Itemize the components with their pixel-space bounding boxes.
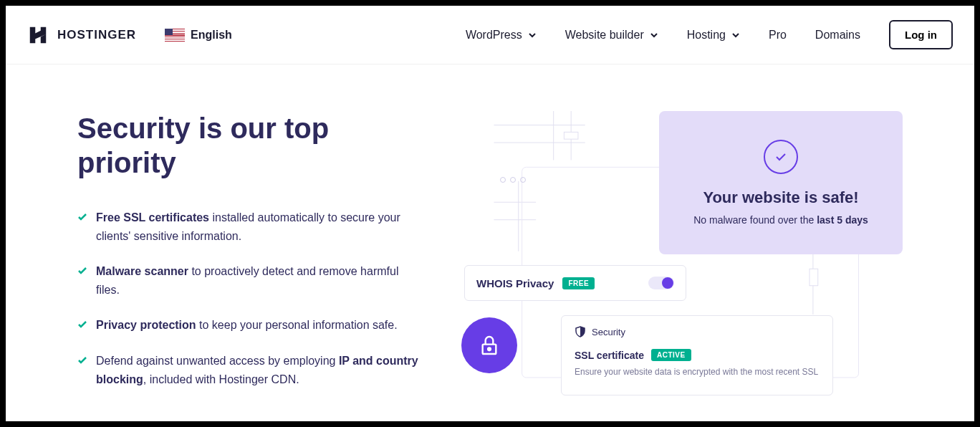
- ssl-header: Security: [575, 326, 820, 337]
- hero-text: Security is our top priority Free SSL ce…: [77, 111, 421, 406]
- svg-rect-10: [810, 269, 818, 285]
- check-icon: [77, 212, 87, 222]
- svg-point-12: [488, 347, 491, 350]
- safe-subtitle: No malware found over the last 5 days: [693, 214, 868, 226]
- check-icon: [77, 266, 87, 276]
- svg-rect-4: [564, 132, 578, 139]
- ssl-title: SSL certificate: [575, 350, 644, 361]
- chevron-down-icon: [731, 31, 740, 39]
- ssl-description: Ensure your website data is encrypted wi…: [575, 367, 820, 377]
- list-item: Free SSL certificates installed automati…: [77, 208, 421, 245]
- us-flag-icon: [165, 29, 185, 42]
- safe-card: Your website is safe! No malware found o…: [659, 111, 903, 254]
- free-badge: FREE: [562, 277, 595, 289]
- check-icon: [77, 355, 87, 365]
- login-button[interactable]: Log in: [889, 20, 953, 49]
- chevron-down-icon: [650, 31, 658, 39]
- shield-icon: [575, 326, 586, 337]
- illustration: Your website is safe! No malware found o…: [450, 111, 903, 406]
- nav-domains[interactable]: Domains: [815, 29, 860, 42]
- list-item: Privacy protection to keep your personal…: [77, 316, 421, 335]
- feature-list: Free SSL certificates installed automati…: [77, 208, 421, 388]
- nav-website-builder[interactable]: Website builder: [565, 29, 658, 42]
- whois-toggle[interactable]: [648, 277, 674, 289]
- whois-label: WHOIS Privacy: [476, 277, 554, 289]
- language-label: English: [191, 29, 232, 42]
- browser-dots: [500, 177, 526, 183]
- header: HOSTINGER English WordPress Website buil…: [6, 6, 974, 64]
- check-circle-icon: [764, 140, 798, 174]
- brand-name: HOSTINGER: [57, 28, 136, 42]
- whois-card: WHOIS Privacy FREE: [464, 265, 686, 301]
- list-item: Malware scanner to proactively detect an…: [77, 262, 421, 299]
- active-badge: ACTIVE: [651, 349, 691, 361]
- check-icon: [77, 320, 87, 330]
- list-item: Defend against unwanted access by employ…: [77, 352, 421, 388]
- safe-title: Your website is safe!: [703, 188, 858, 207]
- page-title: Security is our top priority: [77, 111, 421, 180]
- nav-pro[interactable]: Pro: [769, 29, 787, 42]
- language-selector[interactable]: English: [165, 29, 232, 42]
- lock-icon: [461, 317, 517, 373]
- chevron-down-icon: [528, 31, 537, 39]
- logo[interactable]: HOSTINGER: [27, 24, 136, 46]
- nav-wordpress[interactable]: WordPress: [466, 29, 537, 42]
- content: Security is our top priority Free SSL ce…: [6, 64, 974, 406]
- hostinger-logo-icon: [27, 24, 49, 46]
- main-nav: WordPress Website builder Hosting Pro Do…: [466, 20, 953, 49]
- nav-hosting[interactable]: Hosting: [687, 29, 740, 42]
- ssl-card: Security SSL certificate ACTIVE Ensure y…: [561, 315, 833, 395]
